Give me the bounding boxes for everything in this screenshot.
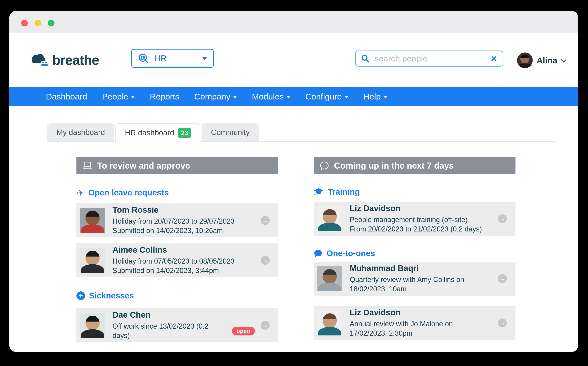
- item-detail: Holiday from 20/07/2023 to 29/07/2023: [112, 217, 235, 226]
- sickness-item[interactable]: Dae Chen Off work since 13/02/2023 (0.2 …: [77, 308, 278, 342]
- leave-request-item[interactable]: Tom Rossie Holiday from 20/07/2023 to 29…: [77, 203, 278, 237]
- speech-bubble-outline-icon: [320, 161, 329, 170]
- nav-item-modules[interactable]: Modules: [252, 92, 290, 101]
- nav-item-reports[interactable]: Reports: [150, 92, 179, 101]
- nav-label: Help: [363, 92, 381, 101]
- person-name: Muhammad Baqri: [350, 264, 492, 273]
- training-item[interactable]: Liz Davidson People management training …: [314, 202, 516, 236]
- logo-wordmark: breathe: [52, 52, 99, 68]
- dropdown-caret-icon: [131, 96, 135, 99]
- nav-label: Configure: [305, 92, 342, 101]
- tab-label: Community: [211, 128, 250, 137]
- person-name: Aimee Collins: [112, 245, 235, 255]
- arrow-right-icon: →: [262, 217, 268, 223]
- nav-label: Reports: [150, 92, 179, 101]
- open-item-button[interactable]: →: [261, 216, 270, 225]
- section-label: One-to-ones: [327, 249, 375, 258]
- section-one-to-ones[interactable]: One-to-ones: [314, 249, 516, 258]
- panel-header-coming-up: Coming up in the next 7 days: [314, 157, 516, 174]
- main-content: My dashboard HR dashboard 23 Community T…: [9, 123, 578, 352]
- open-item-button[interactable]: →: [498, 274, 507, 283]
- nav-item-configure[interactable]: Configure: [305, 92, 348, 101]
- dashboard-tabs: My dashboard HR dashboard 23 Community: [47, 123, 556, 142]
- tab-hr-dashboard[interactable]: HR dashboard 23: [116, 123, 200, 142]
- arrow-right-icon: →: [262, 257, 268, 263]
- person-name: Dae Chen: [112, 310, 255, 320]
- one-to-one-item[interactable]: Muhammad Baqri Quarterly review with Amy…: [314, 262, 516, 296]
- one-to-one-item[interactable]: Liz Davidson Annual review with Jo Malon…: [314, 306, 516, 340]
- user-menu[interactable]: Alina: [517, 52, 565, 69]
- leave-request-item[interactable]: Aimee Collins Holiday from 07/05/2023 to…: [77, 243, 278, 277]
- app-window: breathe HR × Alina: [9, 11, 578, 352]
- open-item-button[interactable]: →: [261, 321, 270, 330]
- nav-item-people[interactable]: People: [102, 92, 135, 101]
- graduation-cap-icon: [314, 187, 324, 196]
- item-detail: Quarterly review with Amy Collins on 18/…: [350, 275, 492, 294]
- person-photo: [80, 313, 105, 338]
- user-name: Alina: [537, 56, 557, 65]
- panel-header-to-review: To review and approve: [77, 157, 278, 174]
- people-search-icon: [138, 53, 149, 64]
- open-item-button[interactable]: →: [498, 214, 507, 223]
- nav-item-dashboard[interactable]: Dashboard: [46, 92, 87, 101]
- open-item-button[interactable]: →: [498, 318, 507, 328]
- window-titlebar: [9, 11, 578, 33]
- zoom-button[interactable]: [48, 20, 55, 26]
- chevron-down-icon: [561, 57, 566, 62]
- person-name: Tom Rossie: [112, 205, 235, 215]
- breathe-logo[interactable]: breathe: [30, 49, 99, 71]
- dropdown-caret-icon: [383, 96, 387, 99]
- status-badge: open: [232, 327, 255, 336]
- nav-label: People: [102, 92, 128, 101]
- company-context-dropdown[interactable]: HR: [131, 49, 214, 68]
- tab-my-dashboard[interactable]: My dashboard: [47, 123, 114, 141]
- arrow-right-icon: →: [499, 320, 505, 326]
- nav-label: Dashboard: [46, 92, 87, 101]
- search-box: ×: [355, 51, 503, 67]
- tab-label: My dashboard: [56, 128, 105, 137]
- tab-community[interactable]: Community: [202, 123, 259, 141]
- speech-bubble-filled-icon: [314, 249, 323, 258]
- minimize-button[interactable]: [34, 20, 41, 26]
- item-detail: Holiday from 07/05/2023 to 08/05/2023: [112, 257, 235, 266]
- item-detail: Annual review with Jo Malone on 17/02/20…: [350, 319, 492, 338]
- arrow-right-icon: →: [262, 322, 268, 328]
- plus-circle-icon: +: [77, 291, 85, 300]
- clear-search-button[interactable]: ×: [490, 53, 498, 64]
- section-label: Sicknesses: [89, 291, 134, 300]
- person-name: Liz Davidson: [350, 308, 492, 317]
- person-photo: [317, 206, 342, 231]
- section-training[interactable]: Training: [314, 187, 516, 197]
- tab-label: HR dashboard: [125, 129, 174, 137]
- section-open-leave-requests[interactable]: ✈ Open leave requests: [77, 187, 278, 198]
- app-header: breathe HR × Alina: [9, 33, 578, 87]
- breathe-cloud-icon: [30, 52, 50, 68]
- nav-item-company[interactable]: Company: [194, 92, 237, 101]
- window-controls: [21, 20, 55, 26]
- panel-title: To review and approve: [97, 161, 190, 171]
- nav-label: Modules: [252, 92, 284, 101]
- arrow-right-icon: →: [499, 276, 505, 282]
- item-detail: People management training (off-site): [350, 215, 482, 224]
- search-input[interactable]: [374, 54, 490, 64]
- dashboard-columns: To review and approve ✈ Open leave reque…: [77, 157, 578, 352]
- plane-icon: ✈: [75, 186, 86, 199]
- person-photo: [80, 248, 105, 273]
- person-photo: [317, 266, 342, 291]
- item-detail: From 20/02/2023 to 21/02/2023 (0.2 days): [350, 224, 482, 234]
- arrow-right-icon: →: [499, 216, 505, 222]
- person-name: Liz Davidson: [350, 204, 482, 213]
- person-photo: [80, 208, 105, 233]
- dropdown-caret-icon: [286, 96, 290, 99]
- count-badge: 23: [178, 128, 191, 138]
- dropdown-caret-icon: [345, 96, 348, 99]
- person-photo: [317, 310, 342, 336]
- open-item-button[interactable]: →: [261, 256, 270, 265]
- nav-item-help[interactable]: Help: [363, 92, 387, 101]
- section-label: Training: [328, 187, 360, 197]
- to-review-panel: To review and approve ✈ Open leave reque…: [77, 157, 278, 342]
- close-button[interactable]: [21, 20, 28, 26]
- main-nav: Dashboard People Reports Company Modules…: [9, 87, 578, 106]
- section-sicknesses[interactable]: + Sicknesses: [77, 291, 278, 300]
- laptop-icon: [82, 161, 93, 170]
